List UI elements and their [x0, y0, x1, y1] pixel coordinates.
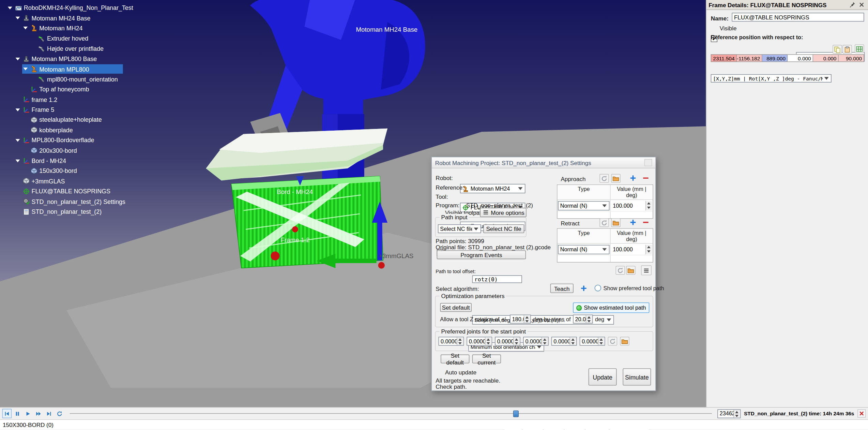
tree-item-robodkmh24-kylling-non-planar-test[interactable]: RoboDKMH24-Kylling_Non_Planar_Test	[0, 3, 123, 13]
retract-reset-icon[interactable]	[599, 218, 609, 227]
expander-icon[interactable]	[15, 136, 21, 145]
expander-icon[interactable]	[23, 64, 29, 74]
frame-panel-titlebar[interactable]: Frame Details: FLUX@TABLE NOSPRINGS	[706, 0, 868, 10]
spinner-arrows[interactable]	[513, 337, 520, 345]
pause-button[interactable]	[13, 409, 22, 418]
frame-name-input[interactable]	[732, 13, 864, 21]
approach-remove-icon[interactable]	[641, 173, 651, 183]
rotation-spinner[interactable]: 180.00	[510, 315, 531, 324]
more-options-button[interactable]: More options	[480, 208, 526, 217]
nc-file-select[interactable]: Select NC file	[438, 224, 481, 233]
joint-6-spinner[interactable]: 0.0000	[580, 337, 605, 346]
program-events-button[interactable]: Program Events	[437, 250, 526, 259]
joint-2-spinner[interactable]: 0.0000	[467, 337, 492, 346]
spinner-arrows[interactable]	[524, 315, 530, 323]
add-pose-icon[interactable]	[579, 284, 589, 293]
joint-5-spinner[interactable]: 0.0000	[551, 337, 577, 346]
fast-forward-button[interactable]	[34, 409, 43, 418]
tree-item-bord-mh24[interactable]: Bord - MH24	[0, 155, 123, 166]
expander-icon[interactable]	[15, 54, 21, 64]
pose-value-cell[interactable]: 0.000	[813, 54, 839, 62]
spinner-arrows[interactable]	[542, 337, 548, 345]
frame-spinner[interactable]: 234621	[717, 409, 741, 418]
close-simulation-button[interactable]	[857, 409, 866, 417]
tree-item-frame-5[interactable]: Frame 5	[0, 105, 123, 115]
tree-item-h-jde-over-printflade[interactable]: Højde over printflade	[0, 44, 123, 54]
tree-item-motoman-mpl800-base[interactable]: Motoman MPL800 Base	[0, 54, 123, 64]
pose-format-select[interactable]: [X,Y,Z]mm | Rot[X,Y ,Z ]deg - Fanuc/Moto…	[711, 74, 832, 83]
panel-close-icon[interactable]	[857, 1, 866, 9]
approach-value-spinner[interactable]: 100.000	[611, 201, 652, 210]
tree-item-motoman-mpl800[interactable]: Motoman MPL800	[0, 64, 123, 74]
tree-item-motoman-mh24-base[interactable]: Motoman MH24 Base	[0, 13, 123, 23]
tree-item-200x300-bord[interactable]: 200x300-bord	[0, 145, 123, 155]
joint-4-spinner[interactable]: 0.0000	[523, 337, 549, 346]
tree-item-frame-1-2[interactable]: frame 1.2	[0, 94, 123, 105]
play-button[interactable]	[23, 409, 33, 418]
tree-item-3mmglas[interactable]: +3mmGLAS	[0, 176, 123, 186]
spinner-arrows[interactable]	[485, 337, 491, 345]
approach-folder-icon[interactable]	[611, 174, 621, 183]
approach-reset-icon[interactable]	[599, 174, 609, 183]
pose-value-cell[interactable]: -1156.182	[737, 54, 762, 62]
offset-reset-icon[interactable]	[615, 266, 625, 275]
path-offset-expression-input[interactable]	[472, 275, 522, 283]
teach-button[interactable]: Teach	[550, 284, 574, 293]
skip-end-button[interactable]	[44, 409, 54, 418]
tree-item-std-non-planar-test-2[interactable]: STD_non_planar_test_(2)	[0, 207, 123, 217]
pose-value-cell[interactable]: 889.000	[762, 54, 788, 62]
skip-start-button[interactable]	[2, 409, 12, 418]
spinner-arrows[interactable]	[645, 201, 652, 210]
pose-value-cell[interactable]: 0.000	[788, 54, 813, 62]
joints-set-default-button[interactable]: Set default	[441, 355, 469, 364]
retract-type-select[interactable]: Normal (N)	[558, 244, 609, 254]
tree-item-motoman-mh24[interactable]: Motoman MH24	[0, 23, 123, 33]
expander-icon[interactable]	[15, 13, 21, 23]
approach-type-select[interactable]: Normal (N)	[558, 201, 609, 210]
retract-remove-icon[interactable]	[641, 218, 651, 227]
dialog-titlebar[interactable]: Robot Machining Project: STD_non_planar_…	[432, 157, 655, 168]
show-estimated-button[interactable]: Show estimated tool path	[573, 302, 650, 313]
spinner-arrows[interactable]	[645, 244, 652, 254]
tree-item-mpl800-mount-orientation[interactable]: mpl800-mount_orientation	[0, 74, 123, 84]
select-nc-file-button[interactable]: Select NC file	[483, 224, 524, 233]
offset-menu-icon[interactable]	[641, 265, 652, 275]
retract-value-spinner[interactable]: 100.000	[611, 244, 652, 254]
tree-item-kobberplade[interactable]: kobberplade	[0, 125, 123, 135]
joint-3-spinner[interactable]: 0.0000	[495, 337, 520, 346]
slider-handle[interactable]	[513, 410, 519, 417]
pose-table-icon[interactable]	[855, 44, 864, 53]
simulation-slider[interactable]	[70, 409, 712, 418]
pose-value-cell[interactable]: 90.000	[839, 54, 864, 62]
offset-folder-icon[interactable]	[626, 266, 636, 275]
expander-icon[interactable]	[15, 156, 21, 165]
tree-item-mpl800-bordoverflade[interactable]: MPL800-Bordoverflade	[0, 135, 123, 145]
dialog-close-button[interactable]	[644, 159, 652, 166]
spinner-arrows[interactable]	[457, 337, 463, 345]
expander-icon[interactable]	[15, 105, 21, 115]
retract-folder-icon[interactable]	[611, 218, 621, 227]
tree-item-std-non-planar-test-2-settings[interactable]: STD_non_planar_test_(2) Settings	[0, 196, 123, 207]
update-button[interactable]: Update	[589, 368, 617, 385]
approach-add-icon[interactable]	[628, 173, 638, 183]
expander-icon[interactable]	[23, 24, 29, 33]
tree-item-steelaluplate-holeplate[interactable]: steelaluplate+holeplate	[0, 115, 123, 125]
retract-add-icon[interactable]	[628, 218, 638, 227]
joint-1-spinner[interactable]: 0.0000	[438, 337, 464, 346]
simulate-button[interactable]: Simulate	[623, 368, 651, 385]
tree-item-flux-table-nosprings[interactable]: FLUX@TABLE NOSPRINGS	[0, 186, 123, 196]
robot-select[interactable]: Motoman MH24	[460, 184, 526, 193]
joints-reset-icon[interactable]	[608, 337, 618, 346]
tree-item-top-af-honeycomb[interactable]: Top af honeycomb	[0, 84, 123, 94]
spinner-arrows[interactable]	[598, 337, 604, 345]
loop-button[interactable]	[55, 409, 64, 418]
show-preferred-radio[interactable]	[595, 285, 601, 291]
spinner-arrows[interactable]	[569, 337, 576, 345]
pin-icon[interactable]	[848, 1, 856, 9]
joints-folder-icon[interactable]	[620, 337, 629, 346]
copy-icon[interactable]	[833, 45, 842, 54]
expander-icon[interactable]	[7, 3, 13, 13]
pose-value-cell[interactable]: 2311.504	[711, 54, 737, 62]
set-default-button[interactable]: Set default	[440, 303, 472, 312]
paste-icon[interactable]	[842, 45, 852, 54]
